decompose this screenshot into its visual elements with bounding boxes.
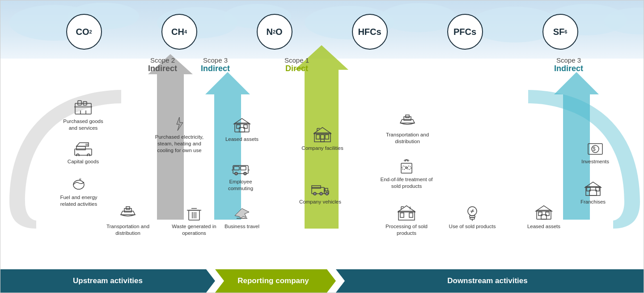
upstream-segment: Upstream activities: [0, 269, 215, 293]
main-container: CO2 CH4 N2O HFCs PFCs SF6: [0, 0, 644, 293]
waste-icon: [183, 204, 205, 222]
svg-text:$: $: [593, 146, 596, 152]
company-facilities-label: Company facilities: [301, 145, 343, 151]
leased-downstream-icon: [533, 204, 555, 222]
end-of-life-icon: [395, 157, 418, 175]
processing-icon: [395, 204, 418, 222]
company-vehicles-icon: [309, 179, 331, 197]
purchased-elec-label: Purchased electricity, steam, heating an…: [155, 134, 203, 153]
use-sold-icon: [461, 204, 483, 222]
n2o-sub: 2: [273, 29, 275, 34]
scope3-downstream-label: Scope 3 Indirect: [554, 56, 583, 73]
item-fuel-energy: Fuel and energy related activities: [54, 175, 103, 208]
employee-commuting-icon: [229, 159, 252, 177]
item-business-travel: Business travel: [220, 204, 264, 230]
svg-point-57: [407, 166, 411, 170]
waste-label: Waste generated in operations: [172, 224, 216, 236]
item-purchased-goods: Purchased goods and services: [59, 99, 108, 132]
svg-rect-53: [404, 117, 411, 120]
scope3-down-title: Scope 3: [554, 56, 583, 64]
transport-downstream-icon: [396, 112, 419, 130]
company-facilities-icon: [311, 126, 334, 144]
co2-circle: CO2: [66, 14, 102, 50]
item-waste: Waste generated in operations: [172, 204, 216, 237]
scope3-up-subtitle: Indirect: [201, 64, 230, 73]
hfcs-circle: HFCs: [352, 14, 388, 50]
processing-label: Processing of sold products: [386, 224, 428, 236]
svg-point-56: [402, 166, 406, 170]
svg-rect-54: [406, 115, 409, 118]
business-travel-icon: [231, 204, 253, 222]
downstream-segment: Downstream activities: [331, 269, 644, 293]
purchased-goods-icon: [72, 99, 94, 117]
reporting-segment: Reporting company: [211, 269, 336, 293]
svg-point-16: [73, 180, 84, 189]
end-of-life-label: End-of-life treatment of sold products: [381, 177, 433, 189]
ch4-circle: CH4: [161, 14, 197, 50]
purchased-goods-label: Purchased goods and services: [63, 119, 103, 131]
svg-rect-48: [325, 188, 328, 191]
svg-rect-25: [234, 166, 239, 170]
pfcs-circle: PFCs: [447, 14, 483, 50]
svg-point-28: [244, 172, 246, 175]
transport-downstream-label: Transportation and distribution: [386, 132, 429, 144]
leased-downstream-label: Leased assets: [527, 224, 560, 229]
svg-rect-77: [587, 187, 590, 191]
svg-rect-22: [237, 125, 240, 128]
scope1-label: Scope 1 Direct: [284, 56, 309, 73]
svg-rect-18: [126, 207, 130, 209]
scope2-label: Scope 2 Indirect: [148, 56, 177, 73]
item-company-facilities: Company facilities: [296, 126, 349, 152]
item-processing: Processing of sold products: [380, 204, 433, 237]
capital-goods-label: Capital goods: [68, 159, 99, 164]
scope3-up-title: Scope 3: [201, 56, 230, 64]
co2-sub: 2: [89, 29, 92, 34]
svg-rect-38: [314, 133, 330, 142]
svg-rect-82: [538, 212, 542, 216]
franchises-label: Franchises: [580, 199, 606, 204]
svg-rect-58: [398, 211, 415, 220]
item-leased-upstream: Leased assets: [220, 117, 264, 143]
item-end-of-life: End-of-life treatment of sold products: [380, 157, 433, 190]
svg-rect-23: [244, 125, 247, 128]
svg-rect-60: [400, 213, 404, 217]
fuel-energy-icon: [68, 175, 90, 193]
ch4-sub: 4: [184, 29, 187, 34]
svg-point-50: [320, 192, 322, 195]
transport-upstream-label: Transportation and distribution: [106, 224, 149, 236]
svg-rect-15: [85, 144, 88, 146]
transport-upstream-icon: [117, 204, 139, 222]
item-franchises: Franchises: [568, 179, 618, 205]
item-transport-upstream: Transportation and distribution: [101, 204, 155, 237]
upstream-label: Upstream activities: [73, 276, 143, 285]
svg-rect-5: [78, 101, 81, 105]
svg-rect-26: [241, 166, 246, 170]
svg-rect-42: [325, 135, 329, 139]
n2o-circle: N2O: [257, 14, 292, 50]
scope3-down-subtitle: Indirect: [554, 64, 583, 73]
sf6-circle: SF6: [542, 14, 578, 50]
svg-rect-61: [409, 213, 413, 217]
item-purchased-elec: Purchased electricity, steam, heating an…: [150, 115, 208, 154]
scope2-title: Scope 2: [148, 56, 177, 64]
company-vehicles-label: Company vehicles: [299, 199, 341, 204]
item-employee-commuting: Employee commuting: [216, 159, 265, 192]
svg-point-27: [235, 172, 237, 175]
svg-rect-78: [596, 187, 599, 191]
fuel-energy-label: Fuel and energy related activities: [60, 195, 97, 207]
item-company-vehicles: Company vehicles: [293, 179, 347, 205]
scope1-title: Scope 1: [284, 56, 309, 64]
reporting-label: Reporting company: [237, 276, 309, 285]
investments-icon: $: [584, 139, 606, 157]
item-capital-goods: Capital goods: [63, 139, 103, 165]
svg-rect-52: [312, 186, 321, 188]
svg-rect-17: [124, 208, 131, 212]
svg-rect-40: [316, 135, 320, 139]
sf6-sub: 6: [564, 29, 567, 34]
svg-point-51: [326, 192, 328, 195]
franchises-icon: [582, 179, 604, 197]
business-travel-label: Business travel: [225, 224, 259, 229]
svg-rect-43: [321, 139, 324, 142]
svg-rect-41: [321, 135, 324, 139]
svg-rect-55: [401, 163, 412, 173]
